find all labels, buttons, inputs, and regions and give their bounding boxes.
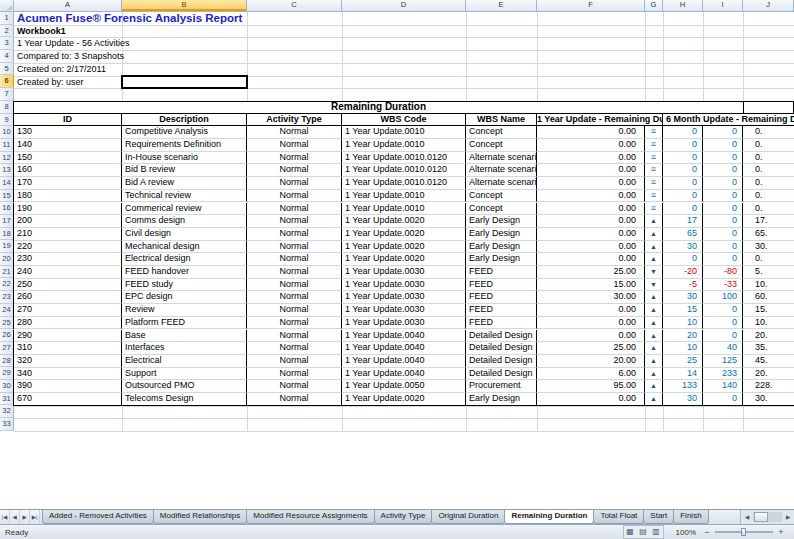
cell-f[interactable]: 0.00 (537, 393, 645, 406)
cell-desc[interactable]: Base (122, 330, 247, 343)
cell-f[interactable]: 0.00 (537, 253, 645, 266)
last-sheet-icon[interactable]: ▶| (30, 510, 40, 524)
cell-h[interactable]: 0 (663, 139, 703, 152)
cell-desc[interactable]: In-House scenario (122, 152, 247, 165)
cell-h[interactable]: 0 (663, 126, 703, 139)
cell-wbsname[interactable]: Concept (466, 190, 537, 203)
cell-h[interactable]: 0 (663, 152, 703, 165)
cell-wbs[interactable]: 1 Year Update.0020 (342, 215, 466, 228)
cell-desc[interactable]: Outsourced PMO (122, 380, 247, 393)
cell-desc[interactable]: Interfaces (122, 342, 247, 355)
cell-j[interactable]: 0. (743, 126, 794, 139)
cell-desc[interactable]: Review (122, 304, 247, 317)
cell-wbs[interactable]: 1 Year Update.0030 (342, 304, 466, 317)
cell-type[interactable]: Normal (247, 368, 342, 381)
trend-cell[interactable]: ▲ (645, 215, 663, 228)
cell-id[interactable]: 150 (14, 152, 122, 165)
trend-cell[interactable]: ≡ (645, 190, 663, 203)
cell-id[interactable]: 280 (14, 317, 122, 330)
cell-wbsname[interactable]: Early Design (466, 393, 537, 406)
trend-cell[interactable]: ▲ (645, 380, 663, 393)
cell-type[interactable]: Normal (247, 139, 342, 152)
cell-id[interactable]: 670 (14, 393, 122, 406)
column-header-B[interactable]: B (122, 0, 247, 11)
cell-f[interactable]: 25.00 (537, 342, 645, 355)
cell-h[interactable]: 30 (663, 241, 703, 254)
cell-desc[interactable]: EPC design (122, 291, 247, 304)
trend-cell[interactable]: ▲ (645, 342, 663, 355)
cell-wbsname[interactable]: Detailed Design (466, 368, 537, 381)
cell-i[interactable]: -80 (703, 266, 743, 279)
cell-type[interactable]: Normal (247, 380, 342, 393)
cell-type[interactable]: Normal (247, 266, 342, 279)
cell-j[interactable]: 0. (743, 190, 794, 203)
cell-f[interactable]: 95.00 (537, 380, 645, 393)
zoom-percentage[interactable]: 100% (676, 528, 696, 537)
cell-id[interactable]: 140 (14, 139, 122, 152)
zoom-in-icon[interactable]: + (776, 526, 786, 538)
cell-h[interactable]: 17 (663, 215, 703, 228)
cell-f[interactable]: 0.00 (537, 164, 645, 177)
sheet-tab-finish[interactable]: Finish (673, 510, 708, 524)
column-header-J[interactable]: J (743, 0, 794, 11)
col-header-6-month-update[interactable]: 6 Month Update - Remaining Duration (663, 114, 794, 126)
cell-f[interactable]: 15.00 (537, 279, 645, 292)
cell-wbs[interactable]: 1 Year Update.0030 (342, 266, 466, 279)
cell-h[interactable]: 25 (663, 355, 703, 368)
cell-desc[interactable]: Bid A review (122, 177, 247, 190)
cell-h[interactable]: 0 (663, 177, 703, 190)
cell-j[interactable]: 17. (743, 215, 794, 228)
cell-wbsname[interactable]: Alternate scenario (466, 177, 537, 190)
page-break-preview-icon[interactable]: ▥ (650, 526, 663, 538)
cell-h[interactable]: 30 (663, 393, 703, 406)
trend-cell[interactable]: ≡ (645, 152, 663, 165)
cell-desc[interactable]: Support (122, 368, 247, 381)
cell-wbs[interactable]: 1 Year Update.0040 (342, 368, 466, 381)
cell-id[interactable]: 160 (14, 164, 122, 177)
cell-j[interactable]: 0. (743, 152, 794, 165)
cell-f[interactable]: 6.00 (537, 368, 645, 381)
cell-wbs[interactable]: 1 Year Update.0040 (342, 355, 466, 368)
cell-j[interactable]: 10. (743, 279, 794, 292)
cell-j[interactable]: 20. (743, 368, 794, 381)
cell-h[interactable]: -5 (663, 279, 703, 292)
zoom-track[interactable] (715, 531, 773, 533)
cell-h[interactable]: 15 (663, 304, 703, 317)
cell-desc[interactable]: Platform FEED (122, 317, 247, 330)
zoom-thumb[interactable] (741, 528, 746, 536)
cell-wbs[interactable]: 1 Year Update.0020 (342, 241, 466, 254)
cell-type[interactable]: Normal (247, 190, 342, 203)
cell-wbs[interactable]: 1 Year Update.0010.0120 (342, 164, 466, 177)
cell-i[interactable]: 0 (703, 241, 743, 254)
trend-cell[interactable]: ▲ (645, 253, 663, 266)
column-header-F[interactable]: F (537, 0, 645, 11)
column-header-D[interactable]: D (342, 0, 466, 11)
cell-f[interactable]: 25.00 (537, 266, 645, 279)
cell-i[interactable]: 0 (703, 203, 743, 216)
cell-id[interactable]: 290 (14, 330, 122, 343)
cell-i[interactable]: -33 (703, 279, 743, 292)
cell-id[interactable]: 180 (14, 190, 122, 203)
col-header-description[interactable]: Description (122, 114, 247, 126)
trend-cell[interactable]: ▼ (645, 279, 663, 292)
cell-i[interactable]: 0 (703, 304, 743, 317)
cell-type[interactable]: Normal (247, 177, 342, 190)
cell-f[interactable]: 0.00 (537, 215, 645, 228)
cell-wbsname[interactable]: Detailed Design (466, 355, 537, 368)
trend-cell[interactable]: ≡ (645, 164, 663, 177)
normal-view-icon[interactable]: ▦ (624, 526, 637, 538)
cell-wbsname[interactable]: FEED (466, 317, 537, 330)
scroll-left-icon[interactable]: ◀ (741, 510, 753, 524)
cell-h[interactable]: 0 (663, 203, 703, 216)
cell-j[interactable]: 5. (743, 266, 794, 279)
horizontal-scrollbar[interactable]: ◀ ▶ (740, 510, 794, 524)
cell-desc[interactable]: Technical review (122, 190, 247, 203)
cell-id[interactable]: 390 (14, 380, 122, 393)
cell-wbs[interactable]: 1 Year Update.0020 (342, 228, 466, 241)
cell-desc[interactable]: Commerical review (122, 203, 247, 216)
cell-j[interactable]: 30. (743, 241, 794, 254)
cell-type[interactable]: Normal (247, 228, 342, 241)
cell-id[interactable]: 310 (14, 342, 122, 355)
cell-h[interactable]: -20 (663, 266, 703, 279)
cell-wbs[interactable]: 1 Year Update.0010 (342, 203, 466, 216)
